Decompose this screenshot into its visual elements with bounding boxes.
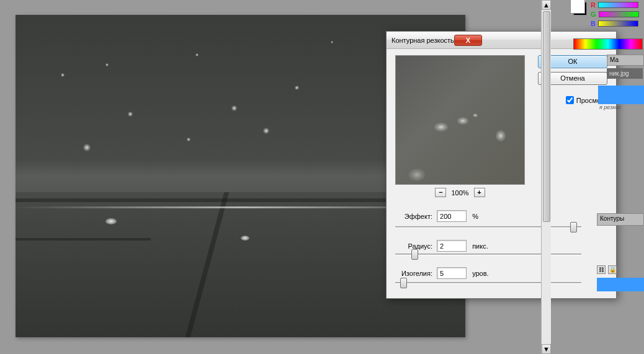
path-row[interactable] xyxy=(597,278,644,291)
radius-unit: пикс. xyxy=(472,242,488,250)
threshold-unit: уров. xyxy=(472,270,489,277)
link-icon[interactable]: ⛓ xyxy=(597,265,606,274)
scroll-down-button[interactable]: ▼ xyxy=(542,344,551,354)
channel-g-label: G xyxy=(591,11,596,18)
minus-icon: − xyxy=(439,189,442,196)
lock-icon[interactable]: 🔒 xyxy=(608,265,617,274)
amount-label: Эффект: xyxy=(395,213,432,220)
color-channels: R G B xyxy=(591,0,639,28)
tab-masks[interactable]: Ма xyxy=(607,55,644,66)
channel-r-slider[interactable] xyxy=(598,2,638,8)
plus-icon: + xyxy=(477,189,481,196)
right-panels: ▲ ▼ R G B Ма ник.jpg я резкос Контуры ⛓ … xyxy=(535,0,644,354)
chevron-down-icon: ▼ xyxy=(543,345,550,353)
close-button[interactable]: X xyxy=(454,35,482,46)
layer-caption: я резкос xyxy=(599,104,621,110)
radius-input[interactable] xyxy=(437,240,467,252)
zoom-out-button[interactable]: − xyxy=(435,188,446,197)
channel-r-label: R xyxy=(591,1,596,9)
zoom-in-button[interactable]: + xyxy=(474,188,485,197)
radius-label: Радиус: xyxy=(395,242,432,250)
threshold-slider-thumb[interactable] xyxy=(400,278,407,288)
tab-contours[interactable]: Контуры xyxy=(597,213,644,226)
spectrum-picker[interactable] xyxy=(573,38,643,50)
channel-b-slider[interactable] xyxy=(598,20,638,27)
amount-input[interactable] xyxy=(437,210,467,222)
active-layer-row[interactable] xyxy=(598,86,644,104)
zoom-controls: − 100% + xyxy=(395,188,525,197)
threshold-label: Изогелия: xyxy=(395,270,432,277)
channel-b-label: B xyxy=(591,20,596,27)
channel-g-slider[interactable] xyxy=(599,11,639,17)
zoom-level: 100% xyxy=(451,189,468,197)
preview-image[interactable] xyxy=(395,55,525,185)
color-swatch[interactable] xyxy=(573,2,587,15)
chevron-up-icon: ▲ xyxy=(543,1,550,9)
document-tab[interactable]: ник.jpg xyxy=(607,68,643,79)
radius-slider-thumb[interactable] xyxy=(411,249,418,260)
threshold-input[interactable] xyxy=(437,267,467,279)
vertical-scrollbar[interactable]: ▲ ▼ xyxy=(541,0,551,354)
dialog-title: Контурная резкость xyxy=(391,37,454,44)
close-icon: X xyxy=(466,37,470,44)
amount-unit: % xyxy=(472,213,478,220)
scrollbar-thumb[interactable] xyxy=(543,11,550,222)
scroll-up-button[interactable]: ▲ xyxy=(542,0,551,10)
